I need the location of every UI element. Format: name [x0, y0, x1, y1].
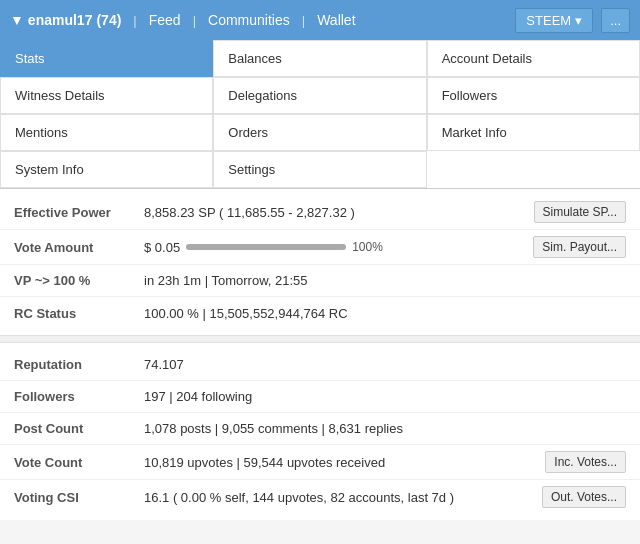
stat-row-reputation: Reputation 74.107 [0, 349, 640, 381]
nav-feed-link[interactable]: Feed [149, 12, 181, 28]
out-votes-action: Out. Votes... [542, 486, 626, 508]
inc-votes-button[interactable]: Inc. Votes... [545, 451, 626, 473]
stat-row-effective-power: Effective Power 8,858.23 SP ( 11,685.55 … [0, 195, 640, 230]
menu-item-market-info[interactable]: Market Info [427, 114, 640, 151]
reputation-value: 74.107 [144, 357, 626, 372]
steem-chevron-icon: ▾ [575, 13, 582, 28]
menu-item-system-info[interactable]: System Info [0, 151, 213, 188]
nav-wallet-link[interactable]: Wallet [317, 12, 355, 28]
rc-status-label: RC Status [14, 306, 144, 321]
menu-item-witness-details[interactable]: Witness Details [0, 77, 213, 114]
nav-arrow-icon: ▼ [10, 12, 24, 28]
stat-row-vp: VP ~> 100 % in 23h 1m | Tomorrow, 21:55 [0, 265, 640, 297]
effective-power-label: Effective Power [14, 205, 144, 220]
stat-row-voting-csi: Voting CSI 16.1 ( 0.00 % self, 144 upvot… [0, 480, 640, 514]
vote-amount-label: Vote Amount [14, 240, 144, 255]
vp-label: VP ~> 100 % [14, 273, 144, 288]
stat-row-vote-amount: Vote Amount $ 0.05 100% Sim. Payout... [0, 230, 640, 265]
sim-payout-action: Sim. Payout... [533, 236, 626, 258]
post-count-value: 1,078 posts | 9,055 comments | 8,631 rep… [144, 421, 626, 436]
reputation-label: (74) [96, 12, 121, 28]
stat-row-vote-count: Vote Count 10,819 upvotes | 59,544 upvot… [0, 445, 640, 480]
sim-payout-button[interactable]: Sim. Payout... [533, 236, 626, 258]
out-votes-button[interactable]: Out. Votes... [542, 486, 626, 508]
menu-item-delegations[interactable]: Delegations [213, 77, 426, 114]
sep2: | [193, 13, 196, 28]
voting-csi-value: 16.1 ( 0.00 % self, 144 upvotes, 82 acco… [144, 490, 542, 505]
stat-row-post-count: Post Count 1,078 posts | 9,055 comments … [0, 413, 640, 445]
menu-item-followers[interactable]: Followers [427, 77, 640, 114]
reputation-label: Reputation [14, 357, 144, 372]
sep1: | [133, 13, 136, 28]
menu-item-stats[interactable]: Stats [0, 40, 213, 77]
menu-item-settings[interactable]: Settings [213, 151, 426, 188]
effective-power-value: 8,858.23 SP ( 11,685.55 - 2,827.32 ) [144, 205, 534, 220]
vote-amount-value: $ 0.05 100% [144, 240, 533, 255]
menu-item-account-details[interactable]: Account Details [427, 40, 640, 77]
simulate-sp-action: Simulate SP... [534, 201, 626, 223]
menu-item-orders[interactable]: Orders [213, 114, 426, 151]
stat-row-followers: Followers 197 | 204 following [0, 381, 640, 413]
voting-csi-label: Voting CSI [14, 490, 144, 505]
rc-status-value: 100.00 % | 15,505,552,944,764 RC [144, 306, 626, 321]
menu-grid: Stats Balances Account Details Witness D… [0, 40, 640, 189]
menu-item-mentions[interactable]: Mentions [0, 114, 213, 151]
sep3: | [302, 13, 305, 28]
nav-communities-link[interactable]: Communities [208, 12, 290, 28]
stat-row-rc-status: RC Status 100.00 % | 15,505,552,944,764 … [0, 297, 640, 329]
more-button[interactable]: ... [601, 8, 630, 33]
top-nav: ▼ enamul17 (74) | Feed | Communities | W… [0, 0, 640, 40]
stats-content: Effective Power 8,858.23 SP ( 11,685.55 … [0, 189, 640, 520]
stats-section-2: Reputation 74.107 Followers 197 | 204 fo… [0, 343, 640, 520]
menu-item-empty [427, 151, 640, 188]
vp-value: in 23h 1m | Tomorrow, 21:55 [144, 273, 626, 288]
vote-count-label: Vote Count [14, 455, 144, 470]
followers-label: Followers [14, 389, 144, 404]
nav-username[interactable]: ▼ enamul17 (74) [10, 12, 121, 28]
vote-dollar-value: $ 0.05 [144, 240, 180, 255]
menu-item-balances[interactable]: Balances [213, 40, 426, 77]
section-divider [0, 335, 640, 343]
vote-pct-label: 100% [352, 240, 383, 254]
followers-value: 197 | 204 following [144, 389, 626, 404]
stats-section-1: Effective Power 8,858.23 SP ( 11,685.55 … [0, 189, 640, 335]
post-count-label: Post Count [14, 421, 144, 436]
inc-votes-action: Inc. Votes... [545, 451, 626, 473]
steem-button[interactable]: STEEM ▾ [515, 8, 593, 33]
vote-count-value: 10,819 upvotes | 59,544 upvotes received [144, 455, 545, 470]
vote-slider[interactable] [186, 244, 346, 250]
simulate-sp-button[interactable]: Simulate SP... [534, 201, 626, 223]
username-label: enamul17 [28, 12, 93, 28]
